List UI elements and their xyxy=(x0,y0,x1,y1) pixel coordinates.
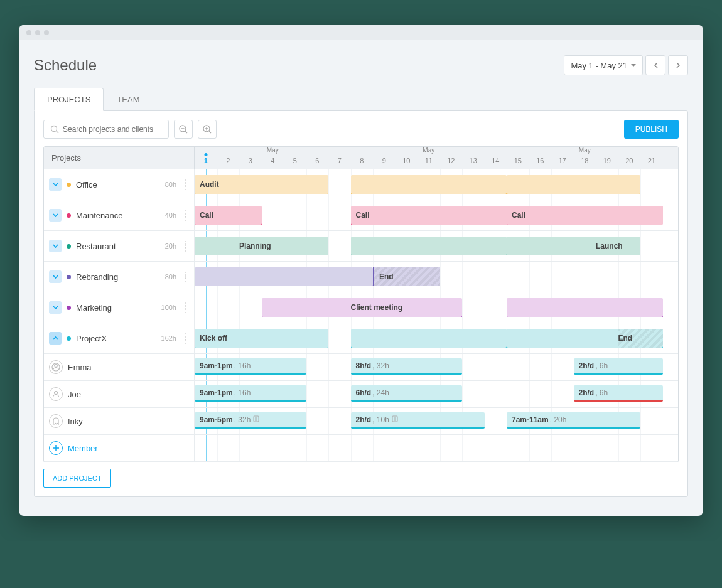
expand-chevron[interactable] xyxy=(49,332,62,345)
avatar-icon xyxy=(49,414,63,428)
day-header: 16 xyxy=(529,156,552,167)
schedule-bar[interactable]: Call xyxy=(507,206,663,225)
project-row: ProjectX 162h ⋮⋮ Kick offEnd xyxy=(44,323,678,354)
assignment-bar[interactable]: 2h/d, 6h xyxy=(574,358,663,375)
day-header: 8 xyxy=(351,156,374,167)
add-member-row[interactable]: Member xyxy=(44,435,678,462)
expand-chevron[interactable] xyxy=(49,240,62,252)
project-name: Marketing xyxy=(76,303,156,313)
search-input-wrapper xyxy=(43,120,169,139)
day-header: 9 xyxy=(373,156,396,167)
note-icon xyxy=(392,415,398,424)
assignment-bar[interactable]: 8h/d, 32h xyxy=(351,358,463,375)
day-header: 5 xyxy=(284,156,306,167)
svg-point-0 xyxy=(51,126,57,132)
note-icon xyxy=(253,415,259,424)
drag-handle-icon[interactable]: ⋮⋮ xyxy=(181,274,189,280)
date-range-picker[interactable]: May 1 - May 21 xyxy=(564,55,643,75)
schedule-bar[interactable] xyxy=(507,175,640,194)
day-header: 20 xyxy=(618,156,641,167)
project-hours: 20h xyxy=(165,242,176,250)
member-row: Emma 9am-1pm, 16h8h/d, 32h2h/d, 6h xyxy=(44,354,678,381)
member-row: Joe 9am-1pm, 16h6h/d, 24h2h/d, 6h xyxy=(44,381,678,408)
schedule-bar[interactable]: Launch xyxy=(507,237,640,255)
day-header: 1 xyxy=(195,156,217,167)
publish-button[interactable]: PUBLISH xyxy=(624,120,679,139)
drag-handle-icon[interactable]: ⋮⋮ xyxy=(181,304,189,311)
day-header: 13 xyxy=(462,156,485,167)
schedule-bar[interactable] xyxy=(351,237,507,255)
search-icon xyxy=(50,125,59,134)
expand-chevron[interactable] xyxy=(49,270,62,283)
schedule-bar[interactable]: Planning xyxy=(195,237,328,255)
project-dot xyxy=(67,244,71,249)
assignment-bar[interactable]: 9am-5pm, 32h xyxy=(195,412,306,429)
tab-team[interactable]: TEAM xyxy=(104,88,153,111)
schedule-grid: Projects MayMayMay 123456789101112131415… xyxy=(43,146,679,462)
schedule-bar[interactable] xyxy=(351,329,507,348)
window-dot xyxy=(35,30,40,35)
caret-down-icon xyxy=(631,64,636,67)
schedule-bar[interactable]: Kick off xyxy=(195,329,328,348)
schedule-bar[interactable]: Audit xyxy=(195,175,328,194)
assignment-bar[interactable]: 9am-1pm, 16h xyxy=(195,385,306,402)
milestone[interactable]: End xyxy=(373,267,440,286)
add-member-label: Member xyxy=(68,444,189,453)
prev-button[interactable] xyxy=(645,55,665,75)
day-header: 21 xyxy=(640,156,663,167)
project-name: Rebranding xyxy=(76,272,160,282)
drag-handle-icon[interactable]: ⋮⋮ xyxy=(181,181,189,188)
project-dot xyxy=(67,183,71,187)
drag-handle-icon[interactable]: ⋮⋮ xyxy=(181,243,189,249)
search-input[interactable] xyxy=(63,125,162,134)
schedule-bar[interactable]: Call xyxy=(195,206,262,225)
assignment-bar[interactable]: 2h/d, 10h xyxy=(351,412,485,429)
day-header: 15 xyxy=(507,156,529,167)
schedule-bar[interactable] xyxy=(195,267,373,286)
project-hours: 100h xyxy=(161,304,176,311)
day-header: 2 xyxy=(217,156,240,167)
schedule-bar[interactable]: Client meeting xyxy=(262,298,463,317)
next-button[interactable] xyxy=(668,55,688,75)
assignment-bar[interactable]: 7am-11am, 20h xyxy=(507,412,640,429)
timeline-header: MayMayMay 123456789101112131415161718192… xyxy=(195,147,678,169)
day-header: 17 xyxy=(551,156,574,167)
day-header: 10 xyxy=(396,156,418,167)
drag-handle-icon[interactable]: ⋮⋮ xyxy=(181,212,189,218)
schedule-bar[interactable] xyxy=(507,298,663,317)
project-dot xyxy=(67,275,71,279)
project-hours: 80h xyxy=(165,273,176,281)
tab-projects[interactable]: PROJECTS xyxy=(34,88,104,111)
zoom-out-button[interactable] xyxy=(174,120,193,139)
assignment-bar[interactable]: 6h/d, 24h xyxy=(351,385,463,402)
app-window: Schedule May 1 - May 21 PROJECTS TEAM xyxy=(19,25,703,516)
titlebar xyxy=(19,25,703,40)
svg-point-5 xyxy=(55,392,58,395)
project-name: Restaurant xyxy=(76,242,160,251)
add-project-button[interactable]: ADD PROJECT xyxy=(43,469,111,488)
expand-chevron[interactable] xyxy=(49,209,62,222)
schedule-bar[interactable] xyxy=(351,175,507,194)
project-name: ProjectX xyxy=(76,334,156,343)
svg-point-3 xyxy=(55,365,58,368)
window-dot xyxy=(26,30,31,35)
avatar-icon xyxy=(49,387,63,401)
project-name: Maintenance xyxy=(76,211,160,220)
assignment-bar[interactable]: 9am-1pm, 16h xyxy=(195,358,306,375)
member-row: Inky 9am-5pm, 32h2h/d, 10h7am-11am, 20h xyxy=(44,408,678,435)
zoom-in-button[interactable] xyxy=(198,120,217,139)
project-row: Office 80h ⋮⋮ Audit xyxy=(44,169,678,200)
schedule-bar[interactable]: End xyxy=(507,329,663,348)
project-hours: 40h xyxy=(165,211,176,219)
expand-chevron[interactable] xyxy=(49,301,62,314)
assignment-bar[interactable]: 2h/d, 6h xyxy=(574,385,663,402)
day-header: 19 xyxy=(596,156,618,167)
project-row: Maintenance 40h ⋮⋮ CallCallCall xyxy=(44,200,678,231)
expand-chevron[interactable] xyxy=(49,178,62,191)
project-hours: 80h xyxy=(165,181,176,188)
member-name: Emma xyxy=(68,363,189,372)
avatar-icon xyxy=(49,360,63,374)
drag-handle-icon[interactable]: ⋮⋮ xyxy=(181,335,189,341)
project-dot xyxy=(67,306,71,310)
project-dot xyxy=(67,213,71,218)
